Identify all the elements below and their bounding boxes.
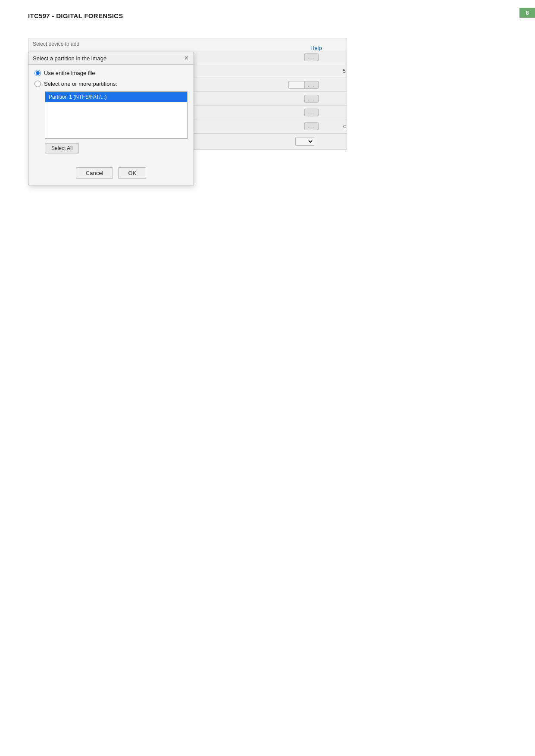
use-entire-option: Use entire image file	[34, 70, 188, 76]
use-entire-label: Use entire image file	[44, 70, 95, 76]
partition-item-0[interactable]: Partition 1 (NTFS/FAT/...)	[45, 92, 187, 102]
panel-row-4-dots-btn[interactable]: ...	[304, 95, 319, 103]
page-badge: 8	[519, 8, 535, 18]
select-partitions-option: Select one or more partitions:	[34, 81, 188, 87]
dialog-titlebar: Select a partition in the image ×	[28, 52, 194, 65]
dialog-title: Select a partition in the image	[33, 55, 106, 62]
dialog-body: Use entire image file Select one or more…	[28, 65, 194, 164]
page-title: ITC597 - DIGITAL FORENSICS	[28, 12, 123, 19]
cancel-button[interactable]: Cancel	[76, 167, 113, 179]
select-partitions-radio[interactable]	[34, 81, 41, 87]
panel-row-5-dots-btn[interactable]: ...	[304, 109, 319, 116]
main-panel-label: Select device to add	[28, 38, 347, 49]
side-letter-c: c	[343, 123, 346, 129]
panel-row-6-dots-btn[interactable]: ...	[304, 122, 319, 130]
select-all-button[interactable]: Select All	[45, 143, 79, 153]
dialog-close-button[interactable]: ×	[184, 55, 189, 62]
panel-row-3-dots-btn[interactable]: ...	[304, 81, 319, 89]
select-partition-dialog: Select a partition in the image × Use en…	[28, 52, 194, 185]
bitlocker-select[interactable]	[295, 137, 314, 146]
partition-listbox[interactable]: Partition 1 (NTFS/FAT/...)	[45, 91, 188, 139]
select-partitions-label: Select one or more partitions:	[44, 81, 117, 87]
use-entire-radio[interactable]	[34, 70, 41, 76]
panel-row-1-dots-btn[interactable]: ...	[304, 53, 319, 61]
ok-button[interactable]: OK	[118, 167, 146, 179]
help-link[interactable]: Help	[310, 45, 322, 51]
side-number-5: 5	[343, 68, 346, 74]
dialog-footer: Cancel OK	[28, 164, 194, 185]
